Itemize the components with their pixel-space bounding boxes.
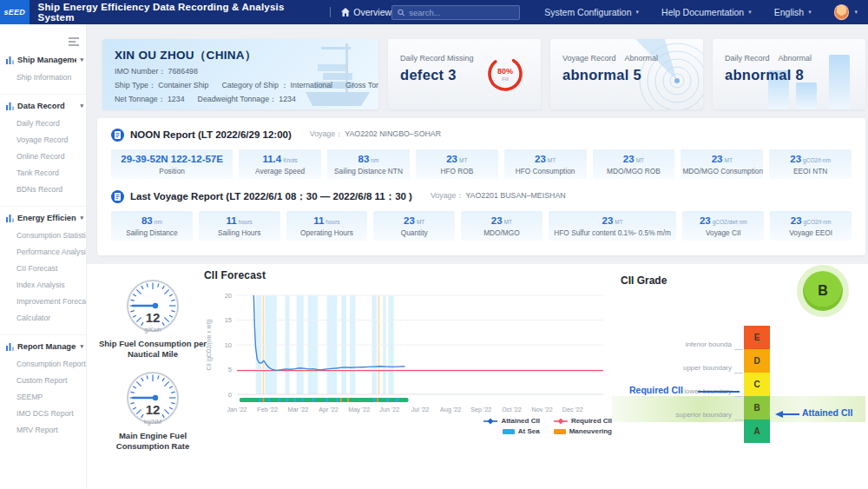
chevron-down-icon: ▾ bbox=[80, 215, 83, 221]
metric-unit: nm bbox=[155, 219, 162, 225]
bar-chart-icon bbox=[6, 102, 14, 110]
activity-at-sea-segment bbox=[279, 398, 281, 402]
sidebar-item-cii-forecast[interactable]: CII Forecast bbox=[0, 260, 86, 276]
noon-report-header: NOON Report (LT 2022/6/29 12:00) Voyage：… bbox=[111, 126, 852, 143]
status-card-abnormal-5[interactable]: Voyage RecordAbnormalabnormal 5 bbox=[550, 39, 703, 109]
svg-text:Jan '22: Jan '22 bbox=[227, 406, 247, 413]
sidebar-item-daily-record[interactable]: Daily Record bbox=[0, 115, 86, 131]
menu-help-documentation[interactable]: Help Documentation ▾ bbox=[661, 7, 752, 17]
sidebar-item-consumption-report[interactable]: Consumption Report bbox=[0, 355, 86, 372]
metric-unit: MT bbox=[548, 157, 556, 163]
boundary-tick bbox=[734, 373, 743, 373]
gauge-ship-fuel-consumption-per-nautical-mile: 12g/KwhShip Fuel Consumption per Nautica… bbox=[95, 273, 210, 360]
grade-cell-c: C bbox=[744, 373, 770, 396]
sidebar-item-ship-information[interactable]: Ship Information bbox=[0, 69, 86, 85]
sidebar-group-label: Energy Efficiency bbox=[17, 214, 76, 222]
metric-unit: gCO2/t·nm bbox=[803, 157, 831, 163]
voyage-report-header: Last Voyage Report (LT 2022/6/1 08：30 — … bbox=[111, 188, 852, 205]
app-logo[interactable]: sEED bbox=[0, 0, 30, 24]
sidebar-item-performance-analysis[interactable]: Performance Analysis bbox=[0, 243, 86, 260]
legend-row: Attained CIIRequired CII bbox=[483, 417, 612, 425]
metric-value: 11hours bbox=[288, 215, 366, 226]
sidebar-item-imo-dcs-report[interactable]: IMO DCS Report bbox=[0, 405, 86, 421]
gauge-label: Ship Fuel Consumption per Nautical Mile bbox=[95, 339, 210, 360]
sidebar-group-ship-management[interactable]: Ship Management▾ bbox=[0, 51, 86, 69]
activity-bar bbox=[240, 398, 409, 402]
sidebar-item-consumption-statistics[interactable]: Consumption Statistics bbox=[0, 227, 86, 243]
sidebar-item-custom-report[interactable]: Custom Report bbox=[0, 372, 86, 388]
user-avatar[interactable] bbox=[834, 4, 850, 20]
svg-text:Aug '22: Aug '22 bbox=[440, 406, 461, 413]
legend-marker-icon bbox=[554, 418, 568, 425]
svg-text:Nov '22: Nov '22 bbox=[532, 406, 553, 413]
chevron-down-icon: ▾ bbox=[80, 102, 83, 109]
svg-text:5: 5 bbox=[228, 366, 232, 373]
grade-cell-b: B bbox=[744, 396, 770, 420]
sidebar-item-bdns-record[interactable]: BDNs Record bbox=[0, 181, 86, 197]
metric-label: MDO/MGO Consumption bbox=[682, 167, 761, 175]
svg-text:Fill: Fill bbox=[502, 76, 509, 82]
sidebar-item-improvement-forecast[interactable]: Improvement Forecast bbox=[0, 293, 86, 309]
metric-tile-sailing-distance-ntn: 83nmSailing Distance NTN bbox=[327, 149, 410, 179]
svg-text:Oct '22: Oct '22 bbox=[502, 406, 522, 413]
metric-label: Average Speed bbox=[240, 167, 319, 175]
status-card-defect-3[interactable]: 80%FillDaily Record Missingdefect 3 bbox=[388, 39, 541, 109]
metric-label: EEOI NTN bbox=[771, 167, 850, 175]
metric-unit: gCO2/t·nm bbox=[804, 219, 832, 225]
metric-label: HFO ROB bbox=[418, 167, 496, 175]
sidebar-item-index-analysis[interactable]: Index Analysis bbox=[0, 276, 86, 293]
status-card-value: abnormal 5 bbox=[562, 67, 658, 83]
status-card-abnormal-8[interactable]: Daily RecordAbnormalabnormal 8 bbox=[713, 39, 865, 109]
metric-value: 23MT bbox=[506, 154, 585, 164]
metric-label: HFO Sulfur content 0.1%- 0.5% m/m bbox=[550, 228, 675, 237]
sidebar-group-report-management[interactable]: Report Management▾ bbox=[0, 338, 86, 355]
svg-text:Dec '22: Dec '22 bbox=[562, 406, 583, 413]
sidebar-item-mrv-report[interactable]: MRV Report bbox=[0, 421, 86, 438]
boundary-label-upper-boundary: upper boundary bbox=[654, 364, 732, 372]
chevron-down-icon[interactable]: ▾ bbox=[854, 9, 858, 16]
svg-text:Jun '22: Jun '22 bbox=[379, 406, 399, 413]
svg-text:CII (gCO2/(nm x mt)): CII (gCO2/(nm x mt)) bbox=[206, 320, 213, 371]
legend-item-maneuvering: Maneuvering bbox=[554, 427, 612, 435]
sidebar-group-data-record[interactable]: Data Record▾ bbox=[0, 97, 86, 115]
metric-unit: Knots bbox=[283, 157, 298, 163]
required-cii-label: Required CII bbox=[629, 385, 683, 395]
sidebar-item-calculator[interactable]: Calculator bbox=[0, 309, 86, 326]
activity-at-sea-segment bbox=[396, 398, 398, 402]
boundary-label-inferior-bounda: inferior bounda bbox=[654, 340, 732, 348]
sidebar-group-energy-efficiency[interactable]: Energy Efficiency▾ bbox=[0, 209, 86, 227]
nav-tab-overview[interactable]: Overview bbox=[341, 7, 391, 17]
menu-language[interactable]: English ▾ bbox=[774, 7, 812, 17]
boundary-tick bbox=[734, 420, 743, 420]
search-box[interactable] bbox=[391, 5, 520, 20]
activity-at-sea-segment bbox=[293, 398, 296, 402]
metric-label: Sailing Hours bbox=[201, 228, 279, 237]
metric-value: 23MT bbox=[418, 154, 496, 164]
sidebar-item-tank-record[interactable]: Tank Record bbox=[0, 164, 86, 181]
metric-tile-mdo-mgo-rob: 23MTMDO/MGO ROB bbox=[593, 149, 675, 179]
sidebar-section-data-record: Data Record▾Daily RecordVoyage RecordOnl… bbox=[0, 94, 86, 202]
sidebar-item-voyage-record[interactable]: Voyage Record bbox=[0, 131, 86, 148]
sidebar-collapse-icon[interactable] bbox=[69, 34, 79, 50]
svg-text:10: 10 bbox=[225, 341, 232, 349]
sidebar-item-online-record[interactable]: Online Record bbox=[0, 148, 86, 164]
menu-system-configuration-label: System Configuration bbox=[544, 7, 631, 17]
svg-text:g/Kwh: g/Kwh bbox=[144, 327, 161, 334]
legend-swatch-icon bbox=[503, 428, 515, 435]
activity-at-sea-segment bbox=[326, 398, 328, 402]
grade-cell-d: D bbox=[744, 349, 770, 373]
gauge-label: Main Engine Fuel Consumption Rate bbox=[95, 431, 210, 452]
svg-text:12: 12 bbox=[146, 402, 161, 417]
sidebar-section-report-management: Report Management▾Consumption ReportCust… bbox=[0, 334, 86, 443]
cii-forecast-block: CII Forecast 05101520Jan '22Feb '22Mar '… bbox=[204, 269, 617, 435]
ship-info-card[interactable]: XIN OU ZHOU（CHINA） IMO Number： 7686498Sh… bbox=[102, 39, 378, 109]
nav-divider bbox=[330, 7, 331, 17]
status-card-title: Voyage RecordAbnormal bbox=[562, 54, 658, 63]
search-input[interactable] bbox=[409, 8, 514, 17]
sidebar-item-seemp[interactable]: SEEMP bbox=[0, 388, 86, 405]
metric-value: 29-39-52N 122-12-57E bbox=[113, 154, 231, 164]
svg-text:Feb '22: Feb '22 bbox=[257, 406, 278, 413]
menu-system-configuration[interactable]: System Configuration ▾ bbox=[544, 7, 639, 17]
metric-label: Sailing Distance NTN bbox=[329, 167, 408, 175]
noon-report-title: NOON Report (LT 2022/6/29 12:00) bbox=[130, 129, 292, 140]
